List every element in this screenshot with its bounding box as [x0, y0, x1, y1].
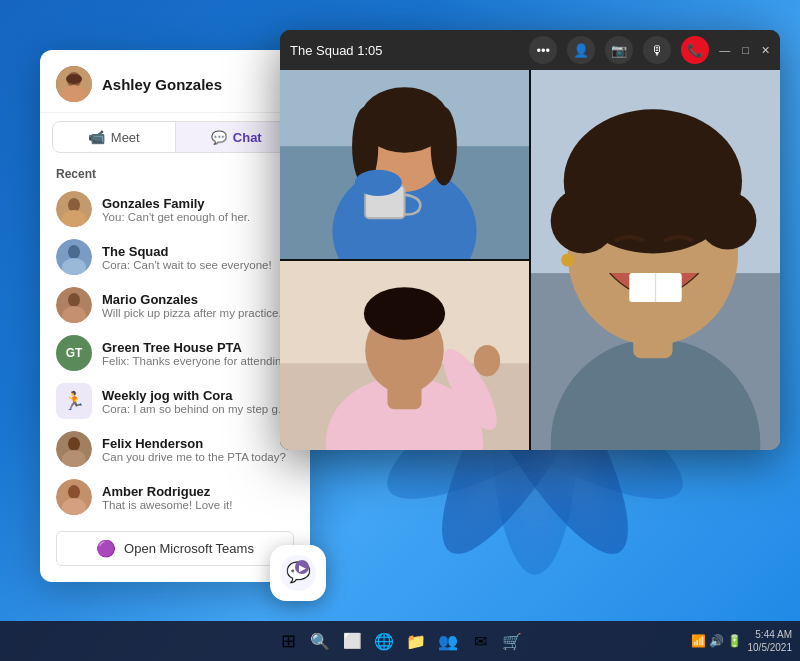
svg-point-37 — [431, 107, 457, 186]
chat-item-info: Mario Gonzales Will pick up pizza after … — [102, 292, 294, 319]
teams-taskbar-button[interactable]: 👥 — [434, 627, 462, 655]
avatar — [56, 239, 92, 275]
more-icon: ••• — [537, 43, 551, 58]
video-cell-3 — [280, 261, 529, 450]
window-controls: — □ ✕ — [719, 44, 770, 57]
mic-button[interactable]: 🎙 — [643, 36, 671, 64]
chat-item-info: Felix Henderson Can you drive me to the … — [102, 436, 294, 463]
store-button[interactable]: 🛒 — [498, 627, 526, 655]
minimize-button[interactable]: — — [719, 44, 730, 56]
svg-point-57 — [682, 168, 734, 220]
user-avatar — [56, 66, 92, 102]
mail-button[interactable]: ✉ — [466, 627, 494, 655]
svg-point-59 — [561, 253, 574, 266]
mic-icon: 🎙 — [651, 43, 664, 58]
video-cell-4 — [531, 70, 780, 450]
open-teams-button[interactable]: 🟣 Open Microsoft Teams — [56, 531, 294, 566]
chat-item-name: Amber Rodriguez — [102, 484, 294, 499]
chat-item-message: Felix: Thanks everyone for attending. — [102, 355, 294, 367]
open-teams-label: Open Microsoft Teams — [124, 541, 254, 556]
list-item[interactable]: Amber Rodriguez That is awesome! Love it… — [40, 473, 310, 521]
avatar: 🏃 — [56, 383, 92, 419]
avatar — [56, 191, 92, 227]
avatar: GT — [56, 335, 92, 371]
edge-button[interactable]: 🌐 — [370, 627, 398, 655]
chat-item-info: Amber Rodriguez That is awesome! Love it… — [102, 484, 294, 511]
chat-item-name: The Squad — [102, 244, 294, 259]
video-call-panel: The Squad 1:05 ••• 👤 📷 🎙 📞 — [280, 30, 780, 450]
list-item[interactable]: 🏃 Weekly jog with Cora Cora: I am so beh… — [40, 377, 310, 425]
taskbar-center: ⊞ 🔍 ⬜ 🌐 📁 👥 ✉ 🛒 — [274, 627, 526, 655]
chat-item-name: Green Tree House PTA — [102, 340, 294, 355]
svg-point-26 — [68, 437, 80, 451]
avatar — [56, 287, 92, 323]
teams-float-button[interactable]: 💬 ▶ — [270, 545, 326, 601]
volume-icon: 🔊 — [709, 634, 724, 648]
recent-label: Recent — [40, 161, 310, 185]
clock-date: 10/5/2021 — [748, 641, 793, 654]
meet-icon: 📹 — [88, 129, 105, 145]
chat-item-name: Felix Henderson — [102, 436, 294, 451]
list-item[interactable]: GT Green Tree House PTA Felix: Thanks ev… — [40, 329, 310, 377]
search-button[interactable]: 🔍 — [306, 627, 334, 655]
svg-point-15 — [66, 74, 82, 84]
chat-item-message: Cora: I am so behind on my step goals. — [102, 403, 294, 415]
svg-point-58 — [627, 139, 679, 191]
start-button[interactable]: ⊞ — [274, 627, 302, 655]
maximize-button[interactable]: □ — [742, 44, 749, 56]
chat-list: Gonzales Family You: Can't get enough of… — [40, 185, 310, 521]
svg-point-29 — [68, 485, 80, 499]
avatar — [56, 431, 92, 467]
task-view-button[interactable]: ⬜ — [338, 627, 366, 655]
chat-item-info: The Squad Cora: Can't wait to see everyo… — [102, 244, 294, 271]
list-item[interactable]: The Squad Cora: Can't wait to see everyo… — [40, 233, 310, 281]
file-explorer-button[interactable]: 📁 — [402, 627, 430, 655]
chat-icon: 💬 — [211, 130, 227, 145]
chat-item-message: Will pick up pizza after my practice. — [102, 307, 294, 319]
user-name: Ashley Gonzales — [102, 76, 222, 93]
svg-point-45 — [364, 287, 445, 339]
camera-button[interactable]: 📷 — [605, 36, 633, 64]
chat-tabs: 📹 Meet 💬 Chat — [52, 121, 298, 153]
system-tray-icons: 📶 🔊 🔋 — [691, 634, 742, 648]
list-item[interactable]: Gonzales Family You: Can't get enough of… — [40, 185, 310, 233]
video-cell-1 — [280, 70, 529, 259]
tab-meet[interactable]: 📹 Meet — [53, 122, 175, 152]
avatar — [56, 479, 92, 515]
end-call-button[interactable]: 📞 — [681, 36, 709, 64]
svg-text:▶: ▶ — [299, 563, 306, 573]
chat-panel-header: Ashley Gonzales — [40, 50, 310, 113]
more-options-button[interactable]: ••• — [529, 36, 557, 64]
chat-item-info: Green Tree House PTA Felix: Thanks every… — [102, 340, 294, 367]
chat-item-info: Gonzales Family You: Can't get enough of… — [102, 196, 294, 223]
battery-icon: 🔋 — [727, 634, 742, 648]
taskbar: ⊞ 🔍 ⬜ 🌐 📁 👥 ✉ 🛒 📶 🔊 🔋 5:44 AM 10/5/2021 — [0, 621, 800, 661]
teams-icon: 🟣 — [96, 539, 116, 558]
chat-item-message: That is awesome! Love it! — [102, 499, 294, 511]
camera-icon: 📷 — [611, 43, 627, 58]
video-titlebar: The Squad 1:05 ••• 👤 📷 🎙 📞 — [280, 30, 780, 70]
svg-point-17 — [68, 198, 80, 212]
people-button[interactable]: 👤 — [567, 36, 595, 64]
list-item[interactable]: Mario Gonzales Will pick up pizza after … — [40, 281, 310, 329]
video-call-controls: ••• 👤 📷 🎙 📞 — [529, 36, 709, 64]
chat-item-name: Mario Gonzales — [102, 292, 294, 307]
video-call-title: The Squad 1:05 — [290, 43, 383, 58]
list-item[interactable]: Felix Henderson Can you drive me to the … — [40, 425, 310, 473]
taskbar-right: 📶 🔊 🔋 5:44 AM 10/5/2021 — [691, 628, 793, 654]
svg-point-56 — [579, 171, 626, 218]
tab-chat[interactable]: 💬 Chat — [176, 122, 298, 152]
clock-time: 5:44 AM — [748, 628, 793, 641]
chat-panel: Ashley Gonzales 📹 Meet 💬 Chat Recent — [40, 50, 310, 582]
chat-item-info: Weekly jog with Cora Cora: I am so behin… — [102, 388, 294, 415]
people-icon: 👤 — [573, 43, 589, 58]
system-clock: 5:44 AM 10/5/2021 — [748, 628, 793, 654]
svg-point-39 — [355, 170, 402, 196]
svg-point-47 — [474, 345, 500, 376]
chat-item-name: Weekly jog with Cora — [102, 388, 294, 403]
chat-item-message: Cora: Can't wait to see everyone! — [102, 259, 294, 271]
svg-point-23 — [68, 293, 80, 307]
close-button[interactable]: ✕ — [761, 44, 770, 57]
chat-item-message: You: Can't get enough of her. — [102, 211, 294, 223]
chat-item-name: Gonzales Family — [102, 196, 294, 211]
